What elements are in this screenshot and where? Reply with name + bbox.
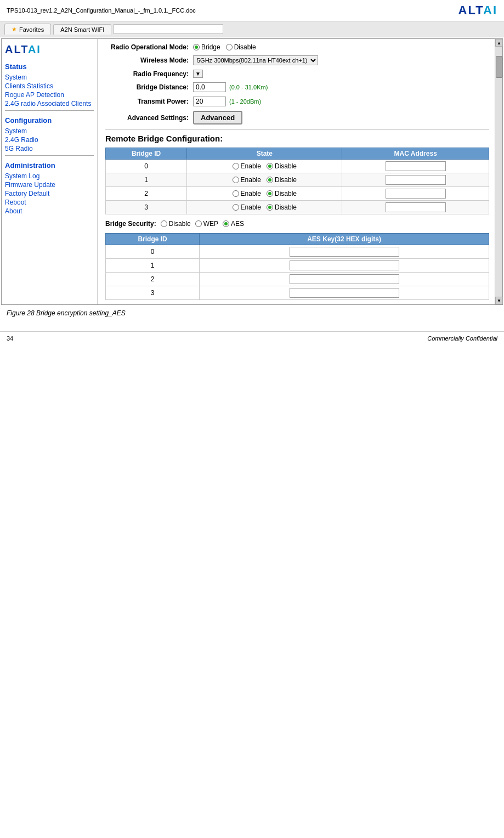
aes-key-cell-0 (200, 245, 489, 259)
mac-input-0[interactable] (386, 161, 446, 171)
aes-key-input-2[interactable] (290, 274, 399, 284)
enable-radio-3[interactable]: Enable (233, 203, 261, 211)
enable-dot-2 (233, 190, 239, 197)
url-input[interactable] (114, 24, 223, 34)
tab-a2n-label: A2N Smart WIFI (60, 26, 104, 33)
bridge-state-table: Bridge ID State MAC Address 0 Enable (105, 148, 489, 214)
enable-label-0: Enable (241, 162, 261, 170)
table-row: 2 Enable Disable (106, 187, 489, 201)
bridge-radio-option[interactable]: Bridge (193, 43, 220, 51)
transmit-power-hint: (1 - 20dBm) (229, 98, 261, 105)
bridge-distance-row: Bridge Distance: (0.0 - 31.0Km) (105, 82, 489, 92)
disable-radio-2[interactable]: Disable (267, 190, 297, 197)
transmit-power-input[interactable] (193, 97, 226, 106)
security-aes-option[interactable]: AES (223, 220, 244, 228)
mac-cell-0 (342, 160, 489, 173)
bridge-radio-dot (193, 44, 200, 50)
aes-bridge-id-1: 1 (106, 259, 200, 273)
enable-radio-2[interactable]: Enable (233, 190, 261, 197)
security-aes-dot (223, 220, 229, 227)
enable-dot-0 (233, 163, 239, 169)
mac-input-1[interactable] (386, 175, 446, 185)
sidebar-divider-2 (5, 155, 94, 156)
sidebar-logo-text: ALTAI (5, 43, 94, 56)
disable-radio-3[interactable]: Disable (267, 203, 297, 211)
aes-header-key: AES Key(32 HEX digits) (200, 234, 489, 245)
advanced-settings-value: Advanced (193, 111, 242, 124)
table-row: 0 Enable Disable (106, 160, 489, 173)
main-container: ALTAI Status System Clients Statistics R… (1, 38, 503, 305)
bridge-security-label: Bridge Security: (105, 220, 156, 228)
aes-key-input-3[interactable] (290, 288, 399, 298)
enable-radio-0[interactable]: Enable (233, 162, 261, 170)
footer-page-number: 34 (7, 335, 13, 342)
sidebar-item-system-status[interactable]: System (5, 73, 94, 82)
disable-label-0: Disable (275, 162, 297, 170)
doc-title: TPS10-013_rev1.2_A2N_Configuration_Manua… (7, 7, 196, 14)
radio-op-mode-value: Bridge Disable (193, 43, 256, 51)
sidebar-item-about[interactable]: About (5, 207, 94, 216)
mac-cell-3 (342, 201, 489, 214)
bridge-table-header-mac: MAC Address (342, 148, 489, 160)
wireless-mode-select[interactable]: 5GHz 300Mbps(802.11na HT40ext ch+1) (193, 55, 318, 65)
table-row: 3 Enable Disable (106, 201, 489, 214)
sidebar-item-factory-default[interactable]: Factory Default (5, 189, 94, 198)
disable-dot-0 (267, 163, 273, 169)
bridge-id-0: 0 (106, 160, 187, 173)
sidebar-item-system-config[interactable]: System (5, 127, 94, 135)
altai-logo-header: ALTAI (458, 3, 498, 18)
section-divider (105, 129, 489, 129)
sidebar-item-firmware-update[interactable]: Firmware Update (5, 180, 94, 189)
sidebar-item-system-log[interactable]: System Log (5, 172, 94, 180)
sidebar-item-rogue-ap[interactable]: Rogue AP Detection (5, 90, 94, 99)
mac-input-3[interactable] (386, 202, 446, 212)
sidebar-item-clients-stats[interactable]: Clients Statistics (5, 82, 94, 90)
security-aes-label: AES (231, 220, 244, 228)
disable-radio-label: Disable (234, 43, 256, 51)
disable-radio-0[interactable]: Disable (267, 162, 297, 170)
wireless-mode-row: Wireless Mode: 5GHz 300Mbps(802.11na HT4… (105, 55, 489, 65)
disable-radio-option[interactable]: Disable (226, 43, 256, 51)
aes-key-input-0[interactable] (290, 247, 399, 257)
radio-freq-row: Radio Frequency: ▼ (105, 70, 489, 78)
advanced-settings-label: Advanced Settings: (105, 114, 193, 122)
scroll-arrow-down[interactable]: ▼ (495, 297, 503, 304)
scroll-arrow-up[interactable]: ▲ (495, 39, 503, 47)
tab-favorites-label: Favorites (19, 26, 44, 33)
security-disable-option[interactable]: Disable (161, 220, 191, 228)
enable-label-2: Enable (241, 190, 261, 197)
disable-radio-1[interactable]: Disable (267, 176, 297, 184)
disable-radio-dot (226, 44, 233, 50)
sidebar-item-reboot[interactable]: Reboot (5, 198, 94, 207)
aes-key-input-1[interactable] (290, 261, 399, 270)
sidebar-item-24g-radio[interactable]: 2.4G Radio (5, 135, 94, 144)
radio-op-mode-row: Radio Operational Mode: Bridge Disable (105, 43, 489, 51)
tab-a2n[interactable]: A2N Smart WIFI (53, 24, 111, 35)
advanced-button[interactable]: Advanced (193, 111, 242, 124)
disable-dot-1 (267, 177, 273, 183)
bridge-table-header-state: State (187, 148, 342, 160)
disable-label-2: Disable (275, 190, 297, 197)
doc-header: TPS10-013_rev1.2_A2N_Configuration_Manua… (0, 0, 504, 21)
tab-favorites[interactable]: ★ Favorites (4, 24, 51, 35)
sidebar-section-status: Status (5, 63, 94, 71)
security-wep-option[interactable]: WEP (195, 220, 218, 228)
aes-bridge-id-2: 2 (106, 273, 200, 286)
browser-tabs: ★ Favorites A2N Smart WIFI (4, 24, 500, 35)
bridge-distance-input[interactable] (193, 82, 226, 92)
security-wep-dot (195, 220, 202, 227)
transmit-power-value: (1 - 20dBm) (193, 97, 261, 106)
bridge-state-3: Enable Disable (187, 201, 342, 214)
scrollbar[interactable]: ▲ ▼ (495, 39, 502, 304)
sidebar-item-24g-clients[interactable]: 2.4G radio Associated Clients (5, 99, 94, 108)
disable-label-1: Disable (275, 176, 297, 184)
bridge-id-1: 1 (106, 173, 187, 187)
disable-label-3: Disable (275, 203, 297, 211)
scroll-thumb[interactable] (496, 56, 502, 78)
sidebar-item-5g-radio[interactable]: 5G Radio (5, 144, 94, 153)
mac-input-2[interactable] (386, 189, 446, 199)
table-row: 1 Enable Disable (106, 173, 489, 187)
bridge-state-0: Enable Disable (187, 160, 342, 173)
enable-radio-1[interactable]: Enable (233, 176, 261, 184)
radio-freq-select[interactable]: ▼ (193, 70, 203, 78)
